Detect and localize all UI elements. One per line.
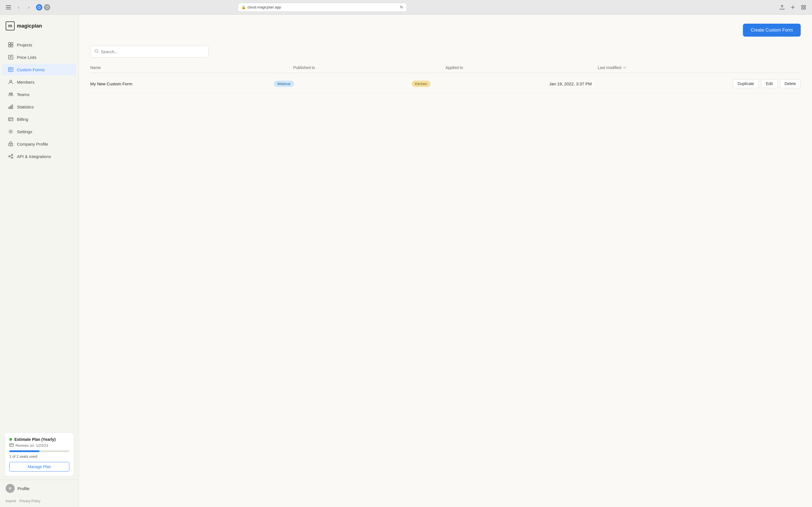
avatar: P: [6, 484, 15, 493]
tab-security-icons: [36, 4, 50, 10]
sidebar-item-label: API & Integrations: [17, 154, 51, 159]
edit-button[interactable]: Edit: [761, 79, 777, 88]
row-last-modified: Jan 19, 2022, 3:37 PM: [549, 81, 733, 86]
duplicate-button[interactable]: Duplicate: [733, 79, 759, 88]
svg-rect-44: [10, 445, 11, 446]
manage-plan-button[interactable]: Manage Plan: [9, 462, 69, 471]
svg-rect-11: [802, 8, 803, 9]
svg-rect-12: [804, 8, 806, 9]
svg-rect-33: [9, 120, 10, 120]
credit-card-icon: [9, 443, 14, 448]
svg-point-5: [39, 8, 40, 8]
main-content: Create Custom Form Name Published to App…: [79, 15, 812, 507]
svg-point-34: [10, 131, 11, 132]
plan-renew: Renews on: 1/23/23: [9, 443, 69, 448]
svg-line-40: [10, 155, 11, 156]
new-tab-button[interactable]: [789, 3, 797, 11]
profile-section[interactable]: P Profile: [0, 480, 79, 497]
logo-text: magicplan: [17, 23, 42, 29]
svg-line-41: [10, 157, 11, 158]
create-custom-form-button[interactable]: Create Custom Form: [743, 24, 801, 37]
browser-chrome: ‹ › 🔒 cloud.magicplan.app ↻: [0, 0, 812, 15]
sidebar-item-api-integrations[interactable]: API & Integrations: [2, 151, 77, 162]
svg-point-27: [11, 93, 13, 94]
svg-rect-30: [12, 105, 13, 109]
svg-rect-16: [11, 45, 13, 47]
tab-icon-shield: [44, 4, 50, 10]
address-bar[interactable]: 🔒 cloud.magicplan.app ↻: [238, 3, 407, 12]
sidebar-item-members[interactable]: Members: [2, 76, 77, 88]
sort-icon: ↑≡: [622, 66, 626, 69]
lock-icon: 🔒: [241, 5, 246, 9]
svg-rect-9: [802, 5, 803, 7]
svg-rect-28: [9, 107, 10, 109]
plan-header: Estimate Plan (Yearly): [9, 437, 69, 442]
plan-box: Estimate Plan (Yearly) Renews on: 1/23/2…: [4, 432, 74, 476]
billing-icon: [8, 116, 13, 122]
svg-rect-29: [10, 106, 11, 109]
sidebar-toggle-button[interactable]: [4, 3, 12, 11]
svg-line-46: [98, 52, 99, 53]
svg-rect-15: [8, 45, 10, 47]
members-icon: [8, 79, 13, 85]
search-input[interactable]: [101, 49, 204, 54]
row-published-to: Webinar: [274, 80, 411, 87]
sidebar-item-label: Price Lists: [17, 55, 36, 60]
teams-icon: [8, 92, 13, 97]
back-button[interactable]: ‹: [15, 3, 22, 11]
reload-button[interactable]: ↻: [400, 5, 403, 9]
profile-name: Profile: [17, 486, 30, 491]
applied-badge: Kitchen: [412, 80, 430, 87]
sidebar-item-price-lists[interactable]: Price Lists: [2, 51, 77, 63]
column-header-published-to: Published to: [293, 65, 446, 70]
svg-point-39: [11, 157, 13, 159]
sidebar-item-company-profile[interactable]: Company Profile: [2, 138, 77, 150]
forward-button[interactable]: ›: [25, 3, 33, 11]
sidebar-item-teams[interactable]: Teams: [2, 89, 77, 100]
api-integrations-icon: [8, 154, 13, 159]
sidebar-item-settings[interactable]: Settings: [2, 126, 77, 137]
column-header-last-modified[interactable]: Last modified ↑≡: [598, 65, 801, 70]
plan-seats-text: 1 of 2 seats used: [9, 454, 69, 459]
svg-point-25: [10, 80, 12, 82]
sidebar-item-label: Company Profile: [17, 142, 48, 147]
sidebar-item-custom-forms[interactable]: Custom Forms: [2, 64, 77, 75]
seats-progress-fill: [9, 450, 40, 452]
svg-rect-36: [10, 144, 11, 145]
imprint-link[interactable]: Imprint: [6, 499, 16, 503]
app-logo: m magicplan: [0, 15, 79, 36]
table-header: Name Published to Applied to Last modifi…: [90, 65, 801, 73]
column-header-name: Name: [90, 65, 293, 70]
sidebar-nav: Projects Price Lists: [0, 36, 79, 429]
svg-rect-1: [6, 7, 11, 8]
sidebar-item-label: Projects: [17, 43, 32, 47]
sidebar-item-label: Settings: [17, 129, 32, 134]
plan-status-dot: [9, 438, 12, 441]
delete-button[interactable]: Delete: [780, 79, 801, 88]
statistics-icon: [8, 104, 13, 110]
sidebar-item-projects[interactable]: Projects: [2, 39, 77, 51]
sidebar-item-statistics[interactable]: Statistics: [2, 101, 77, 113]
tab-icon-blue: [36, 4, 42, 10]
search-bar: [90, 46, 209, 57]
custom-forms-icon: [8, 67, 13, 72]
svg-rect-2: [6, 9, 11, 9]
row-applied-to: Kitchen: [412, 80, 549, 87]
privacy-policy-link[interactable]: Privacy Policy: [19, 499, 41, 503]
svg-rect-10: [804, 5, 806, 7]
app-layout: m magicplan Projects: [0, 15, 812, 507]
sidebar: m magicplan Projects: [0, 15, 79, 507]
grid-button[interactable]: [800, 3, 808, 11]
share-button[interactable]: [778, 3, 786, 11]
svg-point-37: [9, 156, 10, 157]
price-lists-icon: [8, 54, 13, 60]
sidebar-item-label: Members: [17, 80, 35, 84]
sidebar-item-billing[interactable]: Billing: [2, 113, 77, 125]
row-actions: Duplicate Edit Delete: [733, 79, 801, 88]
column-header-applied-to: Applied to: [446, 65, 598, 70]
published-badge: Webinar: [274, 80, 294, 87]
browser-action-buttons: [778, 3, 808, 11]
company-profile-icon: [8, 141, 13, 147]
row-name: My New Custom Form: [90, 81, 274, 86]
browser-controls: ‹ ›: [4, 3, 33, 11]
